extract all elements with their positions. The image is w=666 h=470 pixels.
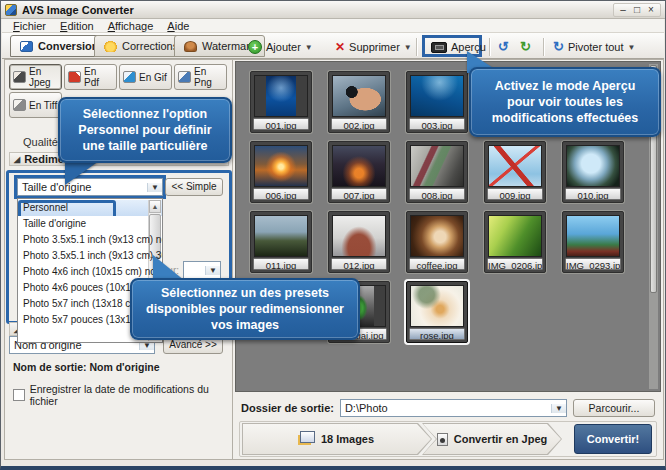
combobox-arrow-icon[interactable]: ▼ xyxy=(205,266,220,275)
thumbnail-label: rose.jpg xyxy=(409,328,465,340)
convert-button[interactable]: Convertir! xyxy=(574,424,652,454)
thumbnail-image xyxy=(566,145,620,187)
save-date-row: Enregistrer la date de modifications du … xyxy=(13,383,232,407)
thumbnail-label: 011.jpg xyxy=(253,258,309,270)
image-count-label: 18 Images xyxy=(321,433,374,445)
menu-aide[interactable]: Aide xyxy=(161,20,195,32)
thumbnail-card[interactable]: 003.jpg xyxy=(406,71,468,133)
format-button-gif[interactable]: En Gif xyxy=(119,64,172,90)
thumbnail-label: IMG_0206.jpg xyxy=(487,258,543,270)
thumbnail-label: 010.jpg xyxy=(565,188,621,200)
output-name-label: Nom de sortie: xyxy=(13,361,87,373)
add-plus-icon: + xyxy=(248,40,262,54)
thumbnail-card[interactable]: 001.jpg xyxy=(250,71,312,133)
format-button-label: En Jpeg xyxy=(29,66,58,88)
maximize-button[interactable]: □ xyxy=(631,4,643,16)
close-button[interactable]: × xyxy=(645,4,657,16)
output-folder-label: Dossier de sortie: xyxy=(241,402,334,414)
thumbnail-card[interactable]: 012.jpg xyxy=(328,211,390,273)
png-format-icon xyxy=(178,71,191,83)
thumbnail-card[interactable]: coffee.jpg xyxy=(406,211,468,273)
output-folder-value: D:\Photo xyxy=(341,402,551,414)
tab-corrections-label: Corrections xyxy=(122,40,178,52)
thumbnail-card[interactable]: 011.jpg xyxy=(250,211,312,273)
thumbnail-image xyxy=(488,145,542,187)
thumbnail-image xyxy=(488,215,542,257)
thumbnail-image xyxy=(410,75,464,117)
add-button[interactable]: + Ajouter ▼ xyxy=(245,37,316,57)
color-combobox[interactable]: ▼ xyxy=(183,261,221,279)
menu-affichage[interactable]: Affichage xyxy=(102,20,160,32)
tiff-format-icon xyxy=(13,99,26,111)
thumbnail-card[interactable]: 009.jpg xyxy=(484,141,546,203)
thumbnail-card[interactable]: 007.jpg xyxy=(328,141,390,203)
images-stack-icon xyxy=(300,431,315,443)
preset-option[interactable]: Photo 3.5x5.1 inch (9x13 cm) 300dpi xyxy=(18,248,162,264)
thumbnail-card[interactable]: 008.jpg xyxy=(406,141,468,203)
simple-button[interactable]: << Simple xyxy=(165,178,223,196)
stamp-icon xyxy=(184,41,197,52)
image-count-segment: 18 Images xyxy=(242,423,432,455)
menu-bar: Fichier Edition Affichage Aide xyxy=(2,19,664,33)
pdf-format-icon xyxy=(68,71,81,83)
window-title: AVS Image Converter xyxy=(22,4,134,16)
thumbnail-label: 007.jpg xyxy=(331,188,387,200)
format-button-jpeg[interactable]: En Jpeg xyxy=(9,64,62,90)
combobox-arrow-icon[interactable]: ▼ xyxy=(551,404,566,413)
tab-conversion-label: Conversion xyxy=(38,40,99,52)
convert-action-segment: Convertir en Jpeg xyxy=(422,423,562,455)
format-button-tiff[interactable]: En Tiff xyxy=(9,92,62,118)
thumbnail-image xyxy=(254,215,308,257)
combobox-arrow-icon[interactable]: ▼ xyxy=(147,183,162,192)
format-button-label: En Png xyxy=(194,66,223,88)
delete-button[interactable]: ✕ Supprimer ▼ xyxy=(332,37,415,57)
thumbnail-card[interactable]: 002.jpg xyxy=(328,71,390,133)
thumbnail-card[interactable]: IMG_0206.jpg xyxy=(484,211,546,273)
thumbnail-card[interactable]: rose.jpg xyxy=(406,281,468,343)
thumbnail-card[interactable]: 010.jpg xyxy=(562,141,624,203)
callout-presets: Sélectionnez un des presets disponibles … xyxy=(130,278,360,340)
scroll-up-icon[interactable]: ▲ xyxy=(149,200,161,213)
preset-option[interactable]: Photo 3.5x5.1 inch (9x13 cm) normal xyxy=(18,232,162,248)
add-caret-icon[interactable]: ▼ xyxy=(305,43,313,52)
app-icon xyxy=(5,4,17,16)
toolbar: Conversion Corrections Watermark + Ajout… xyxy=(2,33,664,59)
rotate-right-icon: ↻ xyxy=(520,39,531,55)
thumbnail-image xyxy=(254,75,308,117)
menu-fichier[interactable]: Fichier xyxy=(7,20,52,32)
rotate-right-button[interactable]: ↻ xyxy=(517,37,534,57)
delete-caret-icon[interactable]: ▼ xyxy=(404,43,412,52)
gif-format-icon xyxy=(123,71,136,83)
rotate-all-caret-icon[interactable]: ▼ xyxy=(628,43,636,52)
thumbnail-label: 001.jpg xyxy=(253,118,309,130)
rotate-all-label: Pivoter tout xyxy=(568,41,624,53)
output-name-value: Nom d'origine xyxy=(89,361,159,373)
app-window: AVS Image Converter – □ × Fichier Editio… xyxy=(0,0,666,470)
thumbnail-label: 012.jpg xyxy=(331,258,387,270)
thumbnail-image xyxy=(332,145,386,187)
menu-edition[interactable]: Edition xyxy=(54,20,100,32)
thumbnail-label: 006.jpg xyxy=(253,188,309,200)
thumbnail-image xyxy=(566,215,620,257)
rotate-all-button[interactable]: ↻ Pivoter tout ▼ xyxy=(550,37,638,57)
format-button-label: En Tiff xyxy=(29,100,57,111)
thumbnail-card[interactable]: IMG_0293.jpg xyxy=(562,211,624,273)
star-icon xyxy=(104,41,117,52)
thumbnail-card[interactable]: 006.jpg xyxy=(250,141,312,203)
output-name-line: Nom de sortie: Nom d'origine xyxy=(13,361,160,373)
thumbnail-label: 002.jpg xyxy=(331,118,387,130)
browse-button[interactable]: Parcourir... xyxy=(573,399,655,417)
delete-label: Supprimer xyxy=(349,41,400,53)
output-folder-combobox[interactable]: D:\Photo ▼ xyxy=(340,399,567,417)
format-button-png[interactable]: En Png xyxy=(174,64,227,90)
minimize-button[interactable]: – xyxy=(617,4,629,16)
thumbnail-label: 009.jpg xyxy=(487,188,543,200)
thumbnail-image xyxy=(410,215,464,257)
format-button-pdf[interactable]: En Pdf xyxy=(64,64,117,90)
jpeg-file-icon xyxy=(437,433,448,446)
save-date-checkbox[interactable] xyxy=(13,389,25,401)
preset-option[interactable]: Taille d'origine xyxy=(18,216,162,232)
preset-option[interactable]: Personnel xyxy=(18,200,162,216)
title-bar: AVS Image Converter – □ × xyxy=(1,1,665,19)
thumbnail-image xyxy=(410,145,464,187)
